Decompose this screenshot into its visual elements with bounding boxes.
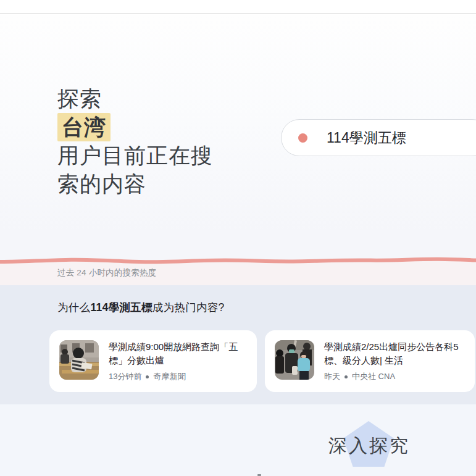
article-title: 學測成績2/25出爐同步公告各科5標、級分人數| 生活 [324,340,465,367]
trend-sparkline [0,243,476,285]
explore-further-button[interactable]: 深入探究 [320,433,419,459]
article-meta: 13分钟前 奇摩新聞 [109,371,247,382]
news-card-1[interactable]: 學測成績9:00開放網路查詢「五標」分數出爐 13分钟前 奇摩新聞 [49,330,257,392]
article-body: 學測成績2/25出爐同步公告各科5標、級分人數| 生活 昨天 中央社 CNA [324,340,465,382]
article-source: 中央社 CNA [352,371,395,382]
hero-section: 探索 台湾 用户目前正在搜 索的内容 114學測五標 过去 24 小时内的搜索热… [0,15,476,285]
article-time: 13分钟前 [109,371,141,382]
news-cards-row: 學測成績9:00開放網路查詢「五標」分數出爐 13分钟前 奇摩新聞 [49,330,475,392]
article-thumbnail-classroom-photo [59,340,99,380]
top-bar [0,0,476,14]
heading-suffix: 成为热门内容? [152,301,225,314]
article-time: 昨天 [324,371,340,382]
trending-query-text: 114學測五標 [327,128,406,148]
heading-term: 114學測五標 [90,301,152,314]
article-body: 學測成績9:00開放網路查詢「五標」分數出爐 13分钟前 奇摩新聞 [109,340,247,382]
page-title: 探索 台湾 用户目前正在搜 索的内容 [57,85,213,198]
bullet-separator-icon [344,375,348,378]
article-meta: 昨天 中央社 CNA [324,371,465,382]
trending-query-pill[interactable]: 114學測五標 [281,119,476,156]
article-title: 學測成績9:00開放網路查詢「五標」分數出爐 [109,340,247,367]
title-line-geo: 台湾 [57,113,213,141]
title-line-explore: 探索 [57,85,213,113]
title-line-3: 用户目前正在搜 [57,141,213,170]
page: 探索 台湾 用户目前正在搜 索的内容 114學測五標 过去 24 小时内的搜索热… [0,0,476,476]
article-thumbnail-street-photo [275,340,314,380]
heading-prefix: 为什么 [57,301,90,314]
bullet-separator-icon [146,375,149,378]
news-card-2[interactable]: 學測成績2/25出爐同步公告各科5標、級分人數| 生活 昨天 中央社 CNA [265,330,475,392]
explore-further-section: 深入探究 [0,404,476,476]
title-line-4: 索的内容 [57,170,213,198]
trend-dot-icon [298,133,307,143]
sparkline-caption: 过去 24 小时内的搜索热度 [57,267,156,278]
why-trending-heading: 为什么114學測五標成为热门内容? [57,300,225,315]
article-source: 奇摩新聞 [153,371,185,382]
title-geo-highlight: 台湾 [57,113,111,141]
why-trending-section: 为什么114學測五標成为热门内容? [0,285,476,404]
